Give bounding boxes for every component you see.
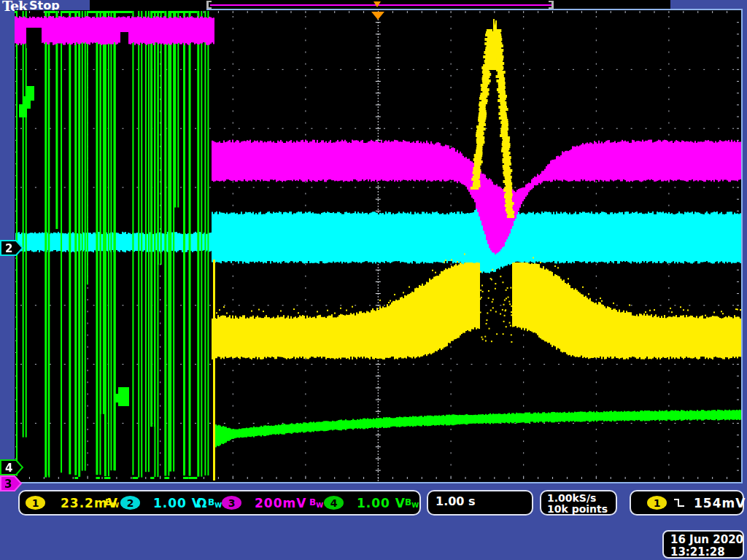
channel-readouts[interactable]: 1 23.2mV BW 2 1.00 V Ω BW 3 200mV BW 4 1… [18,490,421,516]
graticule-border [741,9,743,483]
ch3-badge[interactable]: 3 [222,496,241,510]
graticule-border [13,482,743,483]
ch1-bandwidth-icon: BW [105,497,119,509]
record-waveform-line [210,4,551,6]
ch4-scale: 1.00 V [357,496,406,510]
svg-text:3: 3 [4,478,12,491]
svg-text:4: 4 [5,462,12,475]
time-value: 13:21:28 [670,545,725,559]
date-value: 16 Jun 2020 [670,533,743,546]
ch3-scale: 200mV [255,496,306,510]
ch2-badge[interactable]: 2 [120,496,140,510]
trigger-level: 154mV [694,496,746,510]
window-bracket-right[interactable] [551,1,554,9]
waveform-display[interactable] [15,10,741,483]
channel2-position-marker[interactable]: 2 [0,240,24,257]
ch4-bandwidth-icon: BW [405,497,419,509]
ch2-bandwidth-icon: BW [208,497,222,509]
record-length: 10k points [547,503,608,515]
oscilloscope-screen: Tek Stop 2 4 3 1 23.2mV BW 2 1.00 V Ω BW… [0,0,747,560]
channel4-position-marker[interactable]: 4 [0,459,24,476]
timebase-readout[interactable]: 1.00 s [427,490,533,516]
ch2-scale: 1.00 V [153,496,202,510]
ch3-bandwidth-icon: BW [309,497,323,509]
falling-edge-icon [673,497,686,508]
ch4-badge[interactable]: 4 [324,496,344,510]
window-bracket-left[interactable] [206,1,209,9]
graticule [15,10,741,483]
ch1-badge[interactable]: 1 [26,496,45,510]
timebase-value: 1.00 s [436,494,476,508]
trigger-readout[interactable]: 1 154mV [630,490,744,516]
datetime-readout: 16 Jun 2020 13:21:28 [662,530,744,559]
ch2-impedance: Ω [196,496,207,510]
graticule-border [206,9,743,10]
trigger-source-badge: 1 [647,496,667,510]
trigger-position-marker-icon[interactable] [371,12,384,20]
acquisition-readout[interactable]: 1.00kS/s 10k points [540,490,617,516]
svg-text:2: 2 [5,242,12,255]
channel3-position-marker[interactable]: 3 [0,475,23,492]
sample-rate: 1.00kS/s [547,492,596,504]
trigger-position-icon[interactable] [374,1,381,7]
